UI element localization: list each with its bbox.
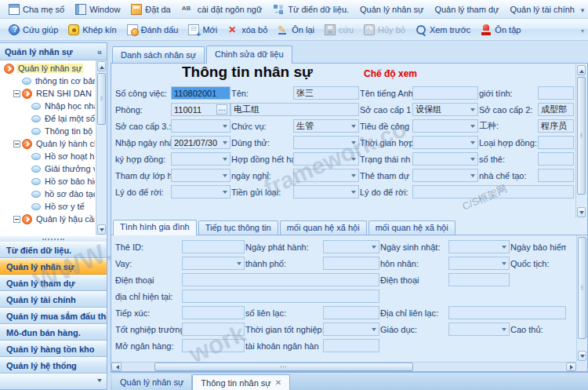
close-icon[interactable] (275, 378, 281, 387)
combo-field[interactable] (171, 152, 230, 166)
nav-item[interactable]: Từ điển dữ liệu. (0, 242, 107, 258)
tree-item[interactable]: Hồ sơ bảo hiểm (2, 175, 95, 188)
combo-field[interactable] (448, 240, 510, 253)
menubar-overflow-icon[interactable] (580, 5, 585, 14)
scroll-left-button[interactable] (111, 363, 122, 371)
horizontal-scrollbar[interactable] (111, 362, 576, 371)
text-field[interactable]: 程序员 (538, 119, 574, 133)
ellipsis-button[interactable] (216, 104, 227, 115)
tree-item[interactable]: Quản lý hành chính (2, 137, 95, 150)
text-field[interactable] (448, 306, 566, 319)
combo-field[interactable] (323, 323, 379, 336)
chevron-down-icon[interactable] (97, 379, 102, 385)
scroll-up-button[interactable] (577, 65, 586, 75)
upper-scrollbar[interactable] (575, 64, 586, 218)
menu-item[interactable]: Đặt da (125, 2, 176, 16)
toolbar-button[interactable]: Mới (183, 23, 222, 37)
tree-item[interactable]: hồ sơ đào tạo (2, 188, 95, 200)
toolbar-overflow-icon[interactable] (581, 25, 584, 35)
nav-item[interactable]: Quản lý nhân sự (0, 258, 107, 275)
splitter-handle[interactable] (0, 235, 107, 242)
menu-item[interactable]: Cha mẹ số (3, 2, 70, 16)
scrollbar-thumb[interactable] (578, 237, 586, 339)
combo-field[interactable]: 生管 (293, 119, 359, 133)
text-field[interactable] (182, 339, 245, 352)
nav-item[interactable]: Quản lý mua sắm đấu thầu (0, 308, 107, 324)
tree-item[interactable]: Quản lý hậu cần (2, 213, 95, 225)
menu-item[interactable]: cài đặt ngôn ngữ (176, 2, 268, 16)
tree-item[interactable]: Nhập học nhà... (2, 100, 95, 112)
tree-expander-icon[interactable] (13, 216, 20, 223)
combo-field[interactable] (293, 136, 359, 149)
text-field[interactable]: 110802001 (171, 86, 230, 100)
nav-item[interactable]: Quản lý hệ thống (0, 357, 107, 374)
combo-field[interactable] (412, 119, 478, 133)
text-field[interactable] (182, 273, 379, 286)
tree-item[interactable]: Để lại một số ... (2, 112, 95, 125)
scroll-down-button[interactable] (578, 351, 586, 361)
toolbar-button[interactable]: Khép kín (64, 23, 121, 37)
text-field[interactable] (323, 306, 379, 319)
text-field[interactable]: 110011 (171, 103, 230, 116)
scroll-down-button[interactable] (577, 207, 586, 217)
combo-field[interactable] (412, 136, 478, 149)
text-field[interactable] (412, 86, 478, 100)
combo-field[interactable] (171, 169, 230, 182)
combo-field[interactable] (171, 185, 230, 199)
combo-field[interactable] (412, 169, 478, 182)
combo-field[interactable] (448, 323, 510, 336)
scrollbar-thumb[interactable] (577, 77, 586, 195)
text-field[interactable] (182, 323, 245, 336)
combo-field[interactable] (293, 185, 359, 199)
text-field[interactable]: 成型部 (538, 103, 574, 116)
combo-field[interactable] (323, 240, 379, 253)
tree-item[interactable]: Quản lý nhân sự (2, 62, 95, 75)
tree-item[interactable]: REN SHI DAN (2, 87, 95, 100)
text-field[interactable] (182, 290, 379, 303)
tree-scrollbar[interactable] (96, 60, 107, 235)
combo-field[interactable] (448, 257, 510, 270)
text-field[interactable] (448, 273, 510, 286)
combo-field[interactable] (293, 169, 359, 182)
detail-tab[interactable]: mối quan hệ xã hội (368, 221, 456, 235)
detail-tab[interactable]: Tiếp tục thông tin (198, 221, 278, 235)
tree-expander-icon[interactable] (13, 140, 20, 148)
text-field[interactable] (182, 306, 245, 319)
menu-item[interactable]: Quản lý nhân sự (354, 2, 429, 16)
text-field[interactable]: 电工组 (230, 103, 359, 116)
collapse-icon[interactable] (97, 47, 102, 56)
scrollbar-thumb[interactable] (97, 73, 106, 125)
scroll-up-button[interactable] (97, 61, 106, 71)
mdi-tab[interactable]: Quản lý nhân sự (112, 374, 192, 390)
combo-field[interactable] (171, 119, 230, 133)
scrollbar-thumb[interactable] (154, 363, 413, 371)
toolbar-button[interactable]: Ôn tập (476, 23, 525, 37)
menu-item[interactable]: Từ điển dữ liệu. (267, 2, 354, 16)
text-field[interactable] (323, 339, 379, 352)
tree-item[interactable]: Hồ sơ y tế (2, 200, 95, 213)
nav-item[interactable]: Quản lý hàng tồn kho (0, 341, 107, 357)
text-field[interactable] (538, 136, 574, 149)
menu-item[interactable]: Quản lý tham dự (429, 2, 504, 16)
toolbar-button[interactable]: Ôn lại (273, 23, 319, 37)
toolbar-button[interactable]: xóa bỏ (223, 23, 272, 37)
scroll-down-button[interactable] (97, 224, 106, 235)
nav-item[interactable]: Quản lý tham dự (0, 275, 107, 291)
toolbar-button[interactable]: Cứu giúp (4, 23, 63, 37)
tree-item[interactable]: Thông tin bộ ... (2, 125, 95, 137)
mdi-tab[interactable]: Thông tin nhân sự (192, 374, 290, 390)
toolbar-button[interactable]: Đánh dấu (122, 23, 183, 37)
nav-item[interactable]: Quản lý tài chính (0, 291, 107, 308)
tree-expander-icon[interactable] (13, 90, 20, 97)
combo-field[interactable]: 设保组 (412, 103, 478, 116)
combo-field[interactable] (412, 152, 478, 166)
menu-item[interactable]: Window (70, 2, 125, 16)
text-field[interactable] (182, 240, 245, 253)
tree-item[interactable]: thông tin cơ bản (2, 75, 95, 87)
scroll-right-button[interactable] (566, 363, 576, 371)
text-field[interactable] (538, 86, 574, 100)
text-field[interactable]: 张三 (293, 86, 359, 100)
doc-tab[interactable]: Chinh sửa dữ liệu (206, 46, 292, 64)
text-field[interactable] (538, 152, 574, 166)
detail-tab[interactable]: mối quan hệ xã hội (280, 221, 367, 235)
